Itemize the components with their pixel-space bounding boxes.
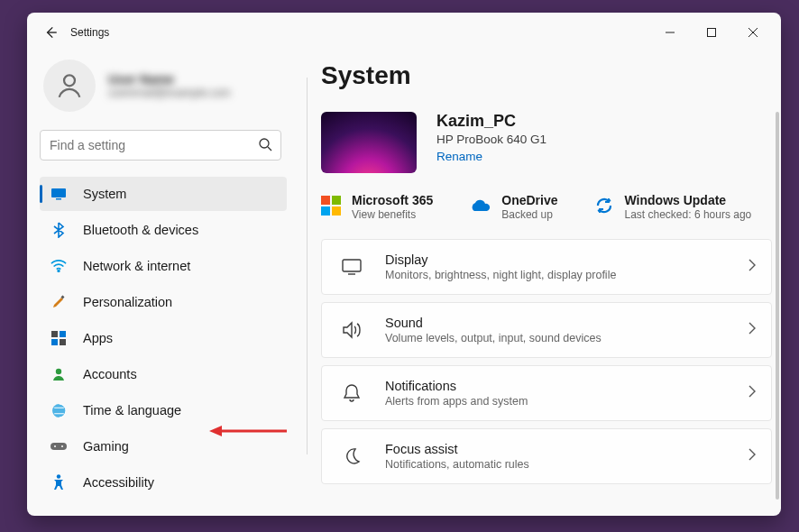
card-sound[interactable]: Sound Volume levels, output, input, soun…	[321, 302, 772, 358]
chip-sub: Last checked: 6 hours ago	[625, 208, 752, 221]
card-sub: Volume levels, output, input, sound devi…	[385, 332, 730, 344]
card-sub: Monitors, brightness, night light, displ…	[385, 269, 730, 281]
scrollbar[interactable]	[776, 112, 779, 500]
moon-icon	[336, 447, 367, 465]
sidebar-item-gaming[interactable]: Gaming	[40, 429, 287, 463]
svg-rect-22	[332, 206, 341, 216]
search-input[interactable]	[40, 130, 281, 161]
svg-point-18	[57, 474, 60, 478]
sidebar-item-apps[interactable]: Apps	[40, 321, 287, 355]
device-name: Kazim_PC	[436, 112, 546, 131]
svg-rect-19	[321, 196, 330, 205]
nav-list: System Bluetooth & devices Network & int…	[40, 177, 287, 500]
profile-name: User Name	[108, 72, 231, 87]
svg-point-7	[58, 271, 60, 272]
card-notifications[interactable]: Notifications Alerts from apps and syste…	[321, 365, 772, 421]
microsoft365-icon	[321, 196, 341, 219]
chip-windows-update[interactable]: Windows Update Last checked: 6 hours ago	[594, 193, 752, 221]
device-block: Kazim_PC HP ProBook 640 G1 Rename	[321, 112, 772, 173]
svg-rect-6	[56, 198, 61, 200]
chip-sub: Backed up	[501, 208, 557, 221]
app-title: Settings	[70, 26, 109, 39]
onedrive-icon	[469, 198, 491, 216]
device-model: HP ProBook 640 G1	[436, 133, 546, 146]
gaming-icon	[51, 438, 67, 454]
chip-sub: View benefits	[352, 208, 433, 221]
paintbrush-icon	[51, 294, 67, 310]
card-sub: Notifications, automatic rules	[385, 458, 730, 471]
svg-point-13	[56, 369, 61, 374]
svg-point-2	[64, 75, 75, 86]
search-box	[40, 130, 281, 161]
card-title: Notifications	[385, 379, 730, 393]
window-controls	[649, 18, 774, 47]
chip-microsoft365[interactable]: Microsoft 365 View benefits	[321, 193, 433, 221]
maximize-button[interactable]	[691, 18, 732, 47]
svg-rect-15	[51, 443, 67, 450]
chevron-right-icon	[748, 448, 757, 464]
minimize-button[interactable]	[649, 18, 691, 47]
settings-cards: Display Monitors, brightness, night ligh…	[321, 239, 772, 484]
chip-title: Microsoft 365	[352, 193, 433, 207]
search-icon	[258, 137, 272, 155]
system-icon	[51, 186, 67, 202]
sidebar-item-accounts[interactable]: Accounts	[40, 357, 287, 391]
sidebar-item-bluetooth[interactable]: Bluetooth & devices	[40, 213, 287, 247]
bell-icon	[336, 383, 367, 403]
rename-link[interactable]: Rename	[436, 150, 482, 163]
sidebar-item-label: Gaming	[83, 439, 129, 454]
device-thumbnail	[321, 112, 417, 173]
chip-title: Windows Update	[625, 193, 752, 207]
svg-rect-1	[708, 29, 716, 37]
profile-text: User Name useremail@example.com	[108, 72, 231, 99]
sidebar-item-network[interactable]: Network & internet	[40, 249, 287, 283]
sidebar-item-label: Accounts	[83, 367, 137, 381]
page-title: System	[321, 61, 772, 90]
sidebar-item-label: Time & language	[83, 403, 181, 417]
svg-rect-21	[321, 206, 330, 216]
sidebar-item-accessibility[interactable]: Accessibility	[40, 465, 287, 500]
close-button[interactable]	[732, 18, 774, 47]
svg-point-3	[260, 139, 269, 148]
profile-block[interactable]: User Name useremail@example.com	[40, 52, 287, 128]
sidebar-item-label: Personalization	[83, 295, 172, 309]
svg-line-4	[268, 147, 271, 151]
apps-icon	[51, 330, 67, 346]
main-content: System Kazim_PC HP ProBook 640 G1 Rename…	[296, 52, 781, 516]
sidebar-item-label: Apps	[83, 331, 113, 345]
sidebar-item-personalization[interactable]: Personalization	[40, 285, 287, 319]
sidebar-item-label: Bluetooth & devices	[83, 223, 198, 237]
wifi-icon	[51, 258, 67, 274]
svg-rect-10	[60, 331, 66, 337]
card-title: Display	[385, 252, 730, 267]
svg-point-17	[61, 445, 63, 447]
svg-rect-9	[51, 331, 58, 337]
accessibility-icon	[51, 474, 67, 491]
chevron-right-icon	[748, 385, 757, 401]
update-icon	[594, 196, 614, 219]
card-focus-assist[interactable]: Focus assist Notifications, automatic ru…	[321, 428, 772, 484]
sidebar-item-system[interactable]: System	[40, 177, 287, 211]
time-language-icon	[51, 402, 67, 418]
back-button[interactable]	[34, 16, 67, 49]
sidebar-item-label: System	[83, 187, 126, 201]
display-icon	[336, 259, 367, 275]
chip-title: OneDrive	[501, 193, 557, 207]
svg-rect-12	[60, 339, 66, 345]
card-title: Focus assist	[385, 442, 730, 456]
svg-point-16	[54, 445, 56, 447]
chevron-right-icon	[748, 322, 757, 338]
svg-rect-23	[343, 260, 361, 271]
bluetooth-icon	[51, 222, 67, 238]
svg-rect-5	[51, 188, 66, 197]
profile-sub: useremail@example.com	[108, 87, 231, 99]
chip-onedrive[interactable]: OneDrive Backed up	[469, 193, 557, 221]
accounts-icon	[51, 366, 67, 382]
avatar	[43, 60, 96, 112]
sound-icon	[336, 321, 367, 339]
sidebar-item-label: Accessibility	[83, 475, 154, 490]
sidebar: User Name useremail@example.com System B…	[27, 52, 296, 516]
card-display[interactable]: Display Monitors, brightness, night ligh…	[321, 239, 772, 295]
chevron-right-icon	[748, 259, 757, 275]
sidebar-item-time-language[interactable]: Time & language	[40, 393, 287, 427]
